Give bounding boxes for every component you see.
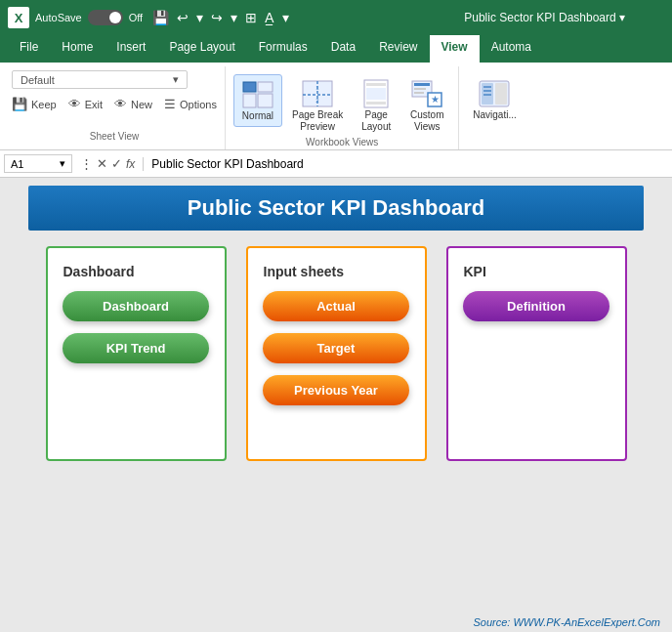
- tab-review[interactable]: Review: [367, 35, 429, 63]
- dashboard-button[interactable]: Dashboard: [63, 291, 209, 321]
- navigation-icon: [477, 78, 512, 109]
- keep-button[interactable]: 💾 Keep: [12, 97, 57, 111]
- normal-view-button[interactable]: Normal: [233, 74, 282, 127]
- redo-dropdown-icon[interactable]: ▾: [231, 10, 237, 25]
- formula-content: Public Sector KPI Dashboard: [143, 157, 668, 171]
- dashboard-card: Dashboard Dashboard KPI Trend: [46, 246, 227, 461]
- exit-icon: 👁: [68, 97, 81, 111]
- workbook-icons: Normal 1 2 Page Break Preview: [233, 70, 450, 137]
- custom-views-label: Custom Views: [410, 109, 443, 133]
- title-bar: X AutoSave Off 💾 ↩ ▾ ↪ ▾ ⊞ A̲ ▾ Public S…: [0, 0, 672, 35]
- fx-icon[interactable]: fx: [126, 157, 135, 171]
- dashboard-container: Public Sector KPI Dashboard Dashboard Da…: [0, 178, 672, 632]
- tab-page-layout[interactable]: Page Layout: [157, 35, 246, 63]
- dashboard-title: Public Sector KPI Dashboard: [28, 186, 644, 231]
- exit-button[interactable]: 👁 Exit: [68, 97, 103, 111]
- toggle-knob: [109, 12, 121, 23]
- undo-icon[interactable]: ↩: [177, 10, 189, 25]
- sheet-view-dropdown[interactable]: Default ▾: [12, 70, 188, 89]
- page-break-preview-button[interactable]: 1 2 Page Break Preview: [286, 74, 349, 137]
- svg-rect-1: [258, 82, 273, 92]
- autosave-toggle[interactable]: [88, 10, 123, 25]
- redo-icon[interactable]: ↪: [211, 10, 223, 25]
- workbook-title: Public Sector KPI Dashboard ▾: [464, 11, 625, 24]
- formula-bar: A1 ▾ ⋮ ✕ ✓ fx Public Sector KPI Dashboar…: [0, 150, 672, 178]
- ribbon-tabs: File Home Insert Page Layout Formulas Da…: [0, 35, 672, 63]
- tab-view[interactable]: View: [430, 35, 480, 63]
- cell-reference-box[interactable]: A1 ▾: [4, 154, 72, 173]
- options-icon: ☰: [164, 97, 176, 111]
- dashboard-cards: Dashboard Dashboard KPI Trend Input shee…: [28, 246, 644, 461]
- new-button[interactable]: 👁 New: [114, 97, 152, 111]
- svg-rect-10: [366, 83, 386, 86]
- workbook-views-label: Workbook Views: [233, 137, 450, 151]
- sheet-view-controls: Default ▾ 💾 Keep 👁 Exit 👁 New ☰: [12, 70, 217, 131]
- navigation-section: Navigati...: [459, 66, 529, 149]
- sheet-view-section: Default ▾ 💾 Keep 👁 Exit 👁 New ☰: [4, 66, 226, 149]
- cancel-formula-icon[interactable]: ✕: [97, 156, 107, 171]
- workbook-views-section: Normal 1 2 Page Break Preview: [226, 66, 459, 149]
- source-text: Source: WWW.PK-AnExcelExpert.Com: [473, 616, 660, 628]
- tab-home[interactable]: Home: [50, 35, 105, 63]
- tab-insert[interactable]: Insert: [105, 35, 157, 63]
- svg-text:★: ★: [431, 94, 440, 105]
- page-layout-label: Page Layout: [361, 109, 391, 133]
- save-icon[interactable]: 💾: [152, 10, 169, 25]
- normal-view-label: Normal: [242, 110, 273, 122]
- sheet-view-buttons: 💾 Keep 👁 Exit 👁 New ☰ Options: [12, 93, 217, 115]
- ribbon-content: Default ▾ 💾 Keep 👁 Exit 👁 New ☰: [0, 63, 672, 150]
- svg-rect-2: [243, 94, 256, 107]
- formula-bar-icons: ⋮ ✕ ✓ fx: [76, 156, 139, 171]
- svg-rect-16: [414, 92, 424, 94]
- new-icon: 👁: [114, 97, 127, 111]
- svg-rect-3: [258, 94, 273, 107]
- excel-logo: X: [8, 7, 29, 28]
- kpi-card: KPI Definition: [446, 246, 627, 461]
- normal-view-icon: [240, 79, 275, 110]
- keep-icon: 💾: [12, 97, 27, 111]
- actual-button[interactable]: Actual: [263, 291, 409, 321]
- confirm-formula-icon[interactable]: ✓: [111, 156, 122, 171]
- page-break-label: Page Break Preview: [292, 109, 343, 133]
- navigation-button[interactable]: Navigati...: [467, 70, 522, 125]
- definition-button[interactable]: Definition: [463, 291, 609, 321]
- custom-views-button[interactable]: ★ Custom Views: [403, 74, 450, 137]
- tab-formulas[interactable]: Formulas: [247, 35, 319, 63]
- svg-rect-15: [414, 88, 426, 90]
- target-button[interactable]: Target: [263, 333, 409, 363]
- undo-dropdown-icon[interactable]: ▾: [196, 10, 203, 25]
- input-sheets-card-title: Input sheets: [264, 264, 344, 279]
- sheet-area: Public Sector KPI Dashboard Dashboard Da…: [0, 178, 672, 632]
- svg-rect-12: [366, 102, 386, 105]
- kpi-trend-button[interactable]: KPI Trend: [63, 333, 209, 363]
- svg-rect-11: [366, 88, 386, 100]
- tab-data[interactable]: Data: [319, 35, 367, 63]
- tab-file[interactable]: File: [8, 35, 50, 63]
- page-layout-button[interactable]: Page Layout: [353, 74, 399, 137]
- options-button[interactable]: ☰ Options: [164, 97, 217, 111]
- previous-year-button[interactable]: Previous Year: [263, 375, 409, 405]
- font-color-icon[interactable]: A̲: [265, 10, 274, 25]
- page-break-icon: 1 2: [300, 78, 335, 109]
- svg-rect-14: [414, 83, 430, 86]
- more-icon[interactable]: ⋮: [80, 156, 93, 171]
- tab-automate[interactable]: Automa: [480, 35, 543, 63]
- svg-rect-0: [243, 82, 256, 92]
- input-sheets-card: Input sheets Actual Target Previous Year: [246, 246, 427, 461]
- kpi-card-title: KPI: [464, 264, 486, 279]
- autosave-label: AutoSave: [35, 12, 82, 23]
- title-bar-icons: 💾 ↩ ▾ ↪ ▾ ⊞ A̲ ▾: [152, 10, 289, 25]
- dashboard-card-title: Dashboard: [63, 264, 135, 279]
- toggle-state-label: Off: [129, 12, 143, 23]
- navigation-label: Navigati...: [473, 109, 516, 121]
- page-layout-icon: [358, 78, 394, 109]
- custom-views-icon: ★: [409, 78, 444, 109]
- toolbar-more-icon[interactable]: ▾: [282, 10, 289, 25]
- grid-icon[interactable]: ⊞: [245, 10, 257, 25]
- svg-rect-21: [495, 83, 507, 105]
- sheet-view-label: Sheet View: [90, 131, 139, 146]
